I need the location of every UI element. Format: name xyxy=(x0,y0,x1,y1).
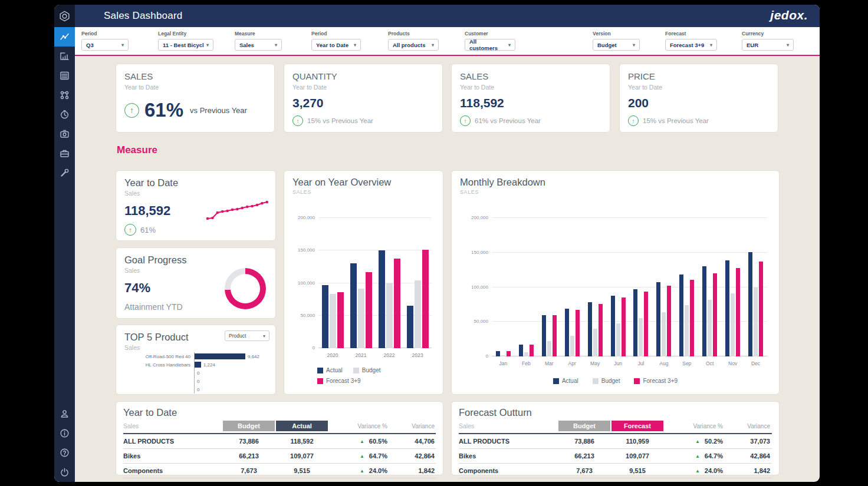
bar-forecast-3-9-2022[interactable] xyxy=(394,259,400,348)
top5-bar-hl-cross-handlebars[interactable] xyxy=(195,362,201,368)
triangle-up-icon: ▲ xyxy=(695,439,700,444)
bar-actual-jan[interactable] xyxy=(496,351,500,356)
legend-item-forecast-3-9[interactable]: Forecast 3+9 xyxy=(317,378,361,384)
product-dropdown[interactable]: Product ▾ xyxy=(225,330,269,341)
bar-budget-jun[interactable] xyxy=(616,323,620,356)
bar-budget-mar[interactable] xyxy=(547,341,551,356)
bar-budget-may[interactable] xyxy=(593,329,597,356)
kpi-subtitle: Year to Date xyxy=(460,84,601,91)
sidebar-item-workspace[interactable] xyxy=(54,144,75,163)
power-icon[interactable] xyxy=(54,462,75,482)
bar-budget-aug[interactable] xyxy=(662,312,666,356)
bar-budget-nov[interactable] xyxy=(731,293,735,356)
bar-actual-feb[interactable] xyxy=(519,345,523,356)
bar-forecast-3-9-feb[interactable] xyxy=(530,345,534,356)
bar-forecast-3-9-jul[interactable] xyxy=(644,292,648,356)
bar-budget-oct[interactable] xyxy=(708,300,712,356)
bar-budget-2022[interactable] xyxy=(386,283,393,349)
user-icon[interactable] xyxy=(54,404,75,424)
bar-forecast-3-9-nov[interactable] xyxy=(736,268,740,356)
sidebar-item-console[interactable] xyxy=(54,124,75,144)
bar-group-2021: 2021 xyxy=(347,218,375,348)
legend-item-forecast-3-9[interactable]: Forecast 3+9 xyxy=(634,378,678,384)
bar-actual-jun[interactable] xyxy=(611,296,615,356)
table-subtitle: Sales xyxy=(459,422,558,429)
bar-actual-oct[interactable] xyxy=(702,266,706,356)
filter-select-measure[interactable]: Sales▾ xyxy=(235,39,282,51)
bar-actual-aug[interactable] xyxy=(656,282,660,356)
filter-select-version[interactable]: Budget▾ xyxy=(593,39,640,51)
help-icon[interactable] xyxy=(54,443,75,462)
bar-budget-jul[interactable] xyxy=(639,318,643,356)
bar-budget-2023[interactable] xyxy=(415,280,421,348)
bar-group-nov: Nov xyxy=(721,218,744,356)
card-delta: 61% xyxy=(140,226,156,234)
sidebar-item-scheduler[interactable] xyxy=(54,105,75,124)
bar-forecast-3-9-jun[interactable] xyxy=(622,297,626,356)
filter-bar: PeriodQ3▾Legal Entity11 - Best Bicycl▾Me… xyxy=(75,27,820,56)
bar-actual-nov[interactable] xyxy=(725,260,729,356)
bar-budget-2021[interactable] xyxy=(358,289,364,348)
bar-actual-dec[interactable] xyxy=(748,252,752,356)
bar-actual-2022[interactable] xyxy=(379,250,385,348)
bar-actual-sep[interactable] xyxy=(679,275,683,356)
bar-actual-2023[interactable] xyxy=(407,306,413,348)
sidebar-item-database[interactable] xyxy=(54,66,75,85)
table-header-row: SalesBudgetActualVariance %Variance xyxy=(123,420,436,434)
bar-actual-2021[interactable] xyxy=(350,263,357,348)
filter-select-period[interactable]: Year to Date▾ xyxy=(311,39,361,51)
chart-year-on-year: Year on Year Overview SALES 050,000100,0… xyxy=(284,170,443,395)
legend-label: Actual xyxy=(326,367,343,373)
bar-actual-jul[interactable] xyxy=(633,289,637,356)
main-area: Sales Dashboard jedox. PeriodQ3▾Legal En… xyxy=(75,5,820,482)
bar-forecast-3-9-dec[interactable] xyxy=(759,262,763,356)
legend-item-actual[interactable]: Actual xyxy=(553,378,578,384)
filter-label: Measure xyxy=(235,31,282,37)
kpi-subtitle: Year to Date xyxy=(124,84,266,91)
bar-actual-2020[interactable] xyxy=(322,285,328,348)
filter-select-legal-entity[interactable]: 11 - Best Bicycl▾ xyxy=(158,39,213,51)
info-icon[interactable] xyxy=(54,424,75,443)
bar-forecast-3-9-sep[interactable] xyxy=(690,280,694,356)
filter-select-products[interactable]: All products▾ xyxy=(388,39,439,51)
bar-actual-apr[interactable] xyxy=(565,309,569,356)
filter-select-period[interactable]: Q3▾ xyxy=(81,39,129,51)
x-tick-label: Jul xyxy=(630,361,653,366)
sidebar-item-modeler[interactable] xyxy=(54,85,75,105)
jedox-logo-icon[interactable] xyxy=(54,5,75,27)
bar-budget-2020[interactable] xyxy=(330,294,336,348)
legend-item-budget[interactable]: Budget xyxy=(353,367,381,373)
legend-swatch xyxy=(317,378,323,384)
filter-group-version: VersionBudget▾ xyxy=(593,31,640,51)
bar-actual-may[interactable] xyxy=(588,302,592,356)
filter-label: Legal Entity xyxy=(158,31,213,37)
bar-forecast-3-9-may[interactable] xyxy=(599,304,603,356)
filter-select-forecast[interactable]: Forecast 3+9▾ xyxy=(665,39,717,51)
bar-forecast-3-9-mar[interactable] xyxy=(553,315,557,357)
bar-forecast-3-9-2020[interactable] xyxy=(337,292,344,348)
filter-select-customer[interactable]: All customers▾ xyxy=(465,39,515,51)
bar-group-sep: Sep xyxy=(675,218,698,356)
bar-forecast-3-9-aug[interactable] xyxy=(667,286,671,356)
bar-forecast-3-9-jan[interactable] xyxy=(507,351,511,356)
bar-actual-mar[interactable] xyxy=(542,315,546,357)
bar-forecast-3-9-2023[interactable] xyxy=(422,250,429,348)
top5-bar-off-road-500-red-40[interactable] xyxy=(195,353,245,359)
bar-budget-jan[interactable] xyxy=(501,355,505,356)
legend-item-budget[interactable]: Budget xyxy=(593,378,620,384)
kpi-delta-value: 61% xyxy=(144,99,183,121)
bar-budget-feb[interactable] xyxy=(524,352,528,356)
sidebar-item-settings[interactable] xyxy=(54,163,75,183)
bar-budget-apr[interactable] xyxy=(570,336,574,356)
legend-item-actual[interactable]: Actual xyxy=(317,367,343,373)
bar-forecast-3-9-2021[interactable] xyxy=(366,272,372,348)
row-name: Bikes xyxy=(123,452,222,459)
bar-forecast-3-9-oct[interactable] xyxy=(713,273,717,356)
sidebar-item-reports[interactable] xyxy=(54,47,75,66)
bar-budget-sep[interactable] xyxy=(685,305,689,356)
bar-forecast-3-9-apr[interactable] xyxy=(576,310,580,356)
cell-variance-pct: ▲24.0% xyxy=(664,467,724,474)
filter-select-currency[interactable]: EUR▾ xyxy=(742,39,794,51)
bar-budget-dec[interactable] xyxy=(754,287,758,357)
sidebar-item-dashboards[interactable] xyxy=(54,27,75,47)
